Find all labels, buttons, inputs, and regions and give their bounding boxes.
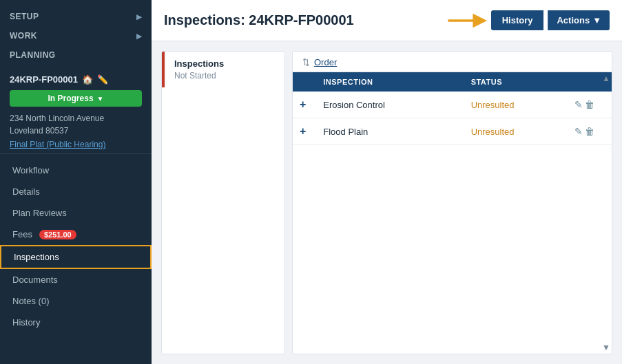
table-header: INSPECTION STATUS [293, 72, 612, 92]
actions-button[interactable]: Actions ▼ [548, 10, 610, 30]
work-chevron-icon: ▶ [136, 32, 143, 40]
row1-inspection: Erosion Control [316, 92, 464, 118]
order-link[interactable]: Order [314, 57, 337, 67]
edit-icon[interactable]: ✏️ [97, 74, 108, 85]
plan-reviews-label: Plan Reviews [12, 208, 67, 218]
row2-status: Unresulted [464, 118, 568, 145]
inspections-panel-item[interactable]: Inspections Not Started [162, 52, 284, 87]
row1-edit-icon[interactable]: ✎ [574, 99, 583, 110]
status-label: In Progress [48, 94, 94, 103]
inspections-label: Inspections [14, 252, 59, 262]
page-title: Inspections: 24KRP-FP00001 [164, 12, 354, 28]
notes-label: Notes (0) [12, 296, 49, 306]
sidebar-item-planning[interactable]: PLANNING [0, 45, 152, 65]
col-status: STATUS [464, 72, 568, 92]
address-line2: Loveland 80537 [10, 125, 142, 137]
record-link[interactable]: Final Plat (Public Hearing) [10, 140, 142, 149]
history-button[interactable]: History [491, 10, 544, 30]
sidebar-nav: Workflow Details Plan Reviews Fees $251.… [0, 154, 152, 364]
sidebar-item-workflow[interactable]: Workflow [0, 160, 152, 181]
sidebar-record: 24KRP-FP00001 🏠 ✏️ In Progress ▼ 234 Nor… [0, 67, 152, 154]
record-id-text: 24KRP-FP00001 [10, 74, 78, 85]
row1-actions: ✎ 🗑 [568, 92, 612, 118]
right-panel: ⇅ Order INSPECTION STATUS [292, 51, 612, 354]
sidebar-item-notes[interactable]: Notes (0) [0, 290, 152, 312]
sidebar-item-setup[interactable]: SETUP ▶ [0, 7, 152, 26]
fees-label: Fees [12, 229, 32, 239]
fee-badge: $251.00 [39, 230, 76, 239]
sidebar-item-work[interactable]: WORK ▶ [0, 26, 152, 45]
main-content: Inspections: 24KRP-FP00001 History Actio… [152, 0, 622, 364]
setup-chevron-icon: ▶ [136, 13, 143, 21]
status-button[interactable]: In Progress ▼ [10, 90, 142, 107]
actions-label: Actions [557, 15, 590, 25]
arrow-icon [446, 11, 487, 30]
row1-plus[interactable]: + [293, 92, 316, 118]
workflow-label: Workflow [12, 165, 49, 175]
content-area: Inspections Not Started ⇅ Order INSPECTI… [152, 41, 622, 364]
sidebar-item-documents[interactable]: Documents [0, 269, 152, 290]
panel-item-title: Inspections [174, 58, 275, 69]
left-panel: Inspections Not Started [161, 51, 285, 354]
row1-status: Unresulted [464, 92, 568, 118]
sidebar-work-label: WORK [10, 31, 37, 41]
sidebar-item-details[interactable]: Details [0, 181, 152, 202]
record-address: 234 North Lincoln Avenue Loveland 80537 [10, 112, 142, 137]
sidebar-item-fees[interactable]: Fees $251.00 [0, 224, 152, 245]
scroll-down-icon[interactable]: ▼ [602, 343, 610, 352]
details-label: Details [12, 186, 40, 197]
sidebar: SETUP ▶ WORK ▶ PLANNING 24KRP-FP00001 🏠 … [0, 0, 152, 364]
row1-delete-icon[interactable]: 🗑 [585, 99, 594, 110]
sort-icon: ⇅ [302, 57, 310, 67]
header-actions: History Actions ▼ [446, 10, 610, 30]
inspections-table: INSPECTION STATUS + Erosion Control [293, 72, 612, 145]
status-caret-icon: ▼ [97, 95, 104, 103]
arrow-decoration [446, 11, 487, 30]
main-header: Inspections: 24KRP-FP00001 History Actio… [152, 0, 622, 41]
home-icon: 🏠 [82, 74, 93, 85]
history-label: History [12, 317, 40, 328]
table-row: + Flood Plain Unresulted ✎ 🗑 [293, 118, 612, 145]
address-line1: 234 North Lincoln Avenue [10, 112, 142, 125]
sidebar-item-plan-reviews[interactable]: Plan Reviews [0, 202, 152, 224]
sidebar-top-nav: SETUP ▶ WORK ▶ PLANNING [0, 0, 152, 67]
row2-plus[interactable]: + [293, 118, 316, 145]
col-inspection: INSPECTION [316, 72, 464, 92]
col-actions [568, 72, 612, 92]
row2-actions: ✎ 🗑 [568, 118, 612, 145]
col-check [293, 72, 316, 92]
row2-inspection: Flood Plain [316, 118, 464, 145]
row2-edit-icon[interactable]: ✎ [574, 126, 583, 137]
sidebar-item-inspections[interactable]: Inspections [0, 245, 152, 269]
documents-label: Documents [12, 275, 58, 285]
row2-delete-icon[interactable]: 🗑 [585, 126, 594, 137]
table-row: + Erosion Control Unresulted ✎ 🗑 [293, 92, 612, 118]
table-wrapper: INSPECTION STATUS + Erosion Control [293, 72, 612, 354]
table-header-row: ⇅ Order [293, 52, 612, 72]
sidebar-planning-label: PLANNING [10, 50, 56, 60]
panel-item-status: Not Started [174, 71, 275, 81]
actions-caret-icon: ▼ [592, 15, 601, 25]
sidebar-item-history[interactable]: History [0, 312, 152, 333]
record-id: 24KRP-FP00001 🏠 ✏️ [10, 74, 142, 85]
sidebar-setup-label: SETUP [10, 12, 39, 21]
